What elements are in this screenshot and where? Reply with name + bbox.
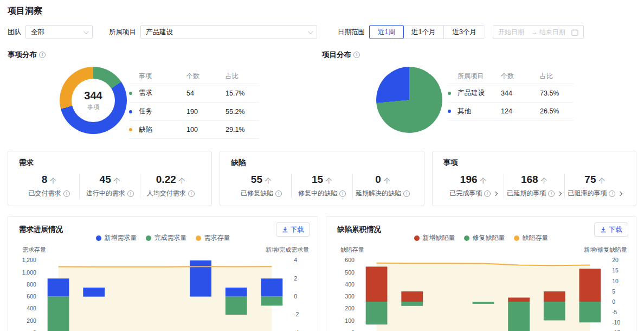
legend-dot [514, 235, 519, 241]
start-date-input[interactable] [498, 28, 530, 36]
stat-fixed-defects: 55个 已修复缺陷 [231, 174, 291, 198]
info-icon[interactable] [63, 190, 70, 197]
row-pct: 26.5% [540, 107, 574, 115]
svg-text:5: 5 [612, 289, 615, 295]
stat-value: 15 [312, 174, 323, 185]
stat-card-defects: 缺陷 55个 已修复缺陷 15个 修复中的缺陷 0个 延期解决的缺陷 [220, 151, 424, 206]
info-icon[interactable] [39, 52, 46, 58]
info-icon[interactable] [484, 190, 491, 197]
row-pct: 73.5% [540, 90, 574, 97]
legend-dot [129, 92, 132, 95]
card-title: 需求 [19, 158, 201, 168]
info-icon[interactable] [127, 190, 134, 197]
team-select[interactable]: 全部 [25, 25, 93, 39]
item-distribution-panel: 事项分布 344 事项 事项 个数 占比 需求 [8, 50, 322, 139]
page-title: 项目洞察 [8, 5, 636, 17]
legend-dot [448, 92, 451, 95]
legend-dot [414, 235, 420, 241]
stat-unit: 个 [326, 177, 332, 184]
row-count: 190 [186, 108, 226, 116]
stat-label: 已完成事项 [449, 189, 482, 198]
svg-text:600: 600 [27, 294, 36, 300]
donut-center: 344 事项 [72, 79, 115, 122]
date-range-segmented-group: 近1周 近1个月 近3个月 [369, 25, 485, 39]
range-option-3months[interactable]: 近3个月 [444, 26, 484, 39]
svg-text:10: 10 [612, 278, 619, 284]
row-pct: 29.1% [226, 126, 259, 133]
legend-dot [464, 235, 469, 241]
info-icon[interactable] [353, 52, 360, 58]
stat-link[interactable]: 已完成事项 [443, 189, 504, 198]
info-icon[interactable] [339, 190, 346, 197]
row-name: 任务 [139, 107, 152, 116]
requirement-progress-chart: 02004006008001,0001,200-4-20242021-12-23… [16, 255, 310, 331]
project-select[interactable]: 产品建设 [140, 25, 317, 39]
stat-link[interactable]: 已延期的事项 [504, 189, 564, 198]
stat-inprogress-requirements: 45个 进行中的需求 [79, 174, 140, 198]
row-pct: 55.2% [226, 108, 259, 116]
chart-legend: 新增需求量 完成需求量 需求存量 [16, 233, 310, 243]
range-option-1week[interactable]: 近1周 [369, 25, 404, 39]
stat-label: 已交付需求 [29, 189, 61, 198]
svg-text:2: 2 [294, 276, 297, 282]
end-date-input[interactable] [539, 28, 571, 36]
range-option-1month[interactable]: 近1个月 [403, 26, 444, 39]
range-arrow-icon: → [531, 28, 538, 36]
svg-text:-5: -5 [612, 309, 617, 315]
date-range-picker[interactable]: → [493, 25, 584, 39]
chevron-down-icon [308, 29, 313, 34]
table-row: 缺陷 100 29.1% [129, 120, 259, 139]
stat-label: 延期解决的缺陷 [356, 189, 401, 198]
card-title: 事项 [443, 158, 625, 168]
stat-unit: 个 [541, 177, 548, 184]
donut-total-label: 事项 [87, 103, 99, 111]
info-icon[interactable] [403, 190, 410, 197]
distribution-section: 事项分布 344 事项 事项 个数 占比 需求 [8, 50, 636, 139]
stat-delivered-requirements: 8个 已交付需求 [19, 174, 79, 198]
info-icon[interactable] [548, 190, 555, 197]
defect-accumulation-chart-card: 缺陷累积情况 新增缺陷量 修复缺陷量 缺陷存量 下载 缺陷存量 新增/修复缺陷量… [326, 216, 636, 331]
svg-text:800: 800 [27, 282, 36, 288]
svg-text:500: 500 [345, 270, 355, 276]
stat-value: 8 [42, 174, 48, 185]
info-icon[interactable] [188, 190, 195, 197]
project-select-value: 产品建设 [146, 28, 304, 37]
item-distribution-title: 事项分布 [8, 50, 37, 60]
svg-text:4: 4 [294, 257, 297, 263]
stat-value: 0.22 [156, 174, 176, 185]
legend-label: 新增需求量 [105, 233, 137, 243]
left-axis-label: 缺陷存量 [340, 246, 364, 254]
svg-text:15: 15 [612, 268, 619, 273]
row-pct: 15.7% [226, 90, 259, 97]
svg-text:400: 400 [345, 282, 355, 288]
table-row: 任务 190 55.2% [129, 102, 259, 120]
col-header-pct: 占比 [226, 72, 259, 81]
chart-legend: 新增缺陷量 修复缺陷量 缺陷存量 [334, 233, 628, 243]
stat-card-items: 事项 196个 已完成事项 168个 已延期的事项 75个 已阻滞的事项 [432, 151, 636, 206]
stat-unit: 个 [480, 177, 487, 184]
legend-dot [448, 110, 451, 113]
row-count: 124 [501, 107, 540, 115]
donut-total-value: 344 [84, 90, 102, 102]
right-axis-label: 新增/修复缺陷量 [584, 246, 627, 254]
info-icon[interactable] [609, 190, 615, 197]
row-count: 100 [186, 126, 226, 133]
col-header-project: 所属项目 [448, 72, 501, 81]
filter-bar: 团队 全部 所属项目 产品建设 日期范围 近1周 近1个月 近3个月 → [8, 25, 636, 39]
left-axis-label: 需求存量 [22, 246, 46, 254]
svg-text:200: 200 [345, 305, 355, 311]
stat-delayed-items: 168个 已延期的事项 [504, 174, 564, 198]
download-icon [282, 226, 288, 233]
col-header-count: 个数 [501, 72, 540, 81]
stat-unit: 个 [265, 177, 272, 184]
download-button[interactable]: 下载 [276, 222, 310, 237]
stat-label: 修复中的缺陷 [298, 189, 337, 198]
team-filter-label: 团队 [8, 28, 21, 37]
defect-accumulation-chart: 0100200300400500600-15-10-5051015202021-… [334, 255, 628, 331]
download-button[interactable]: 下载 [594, 222, 628, 237]
stat-link[interactable]: 已阻滞的事项 [565, 189, 625, 198]
stat-percapita-requirements: 0.22个 人均交付需求 [140, 174, 201, 198]
download-label: 下载 [609, 225, 622, 234]
info-icon[interactable] [275, 190, 282, 197]
row-name: 产品建设 [458, 88, 485, 98]
